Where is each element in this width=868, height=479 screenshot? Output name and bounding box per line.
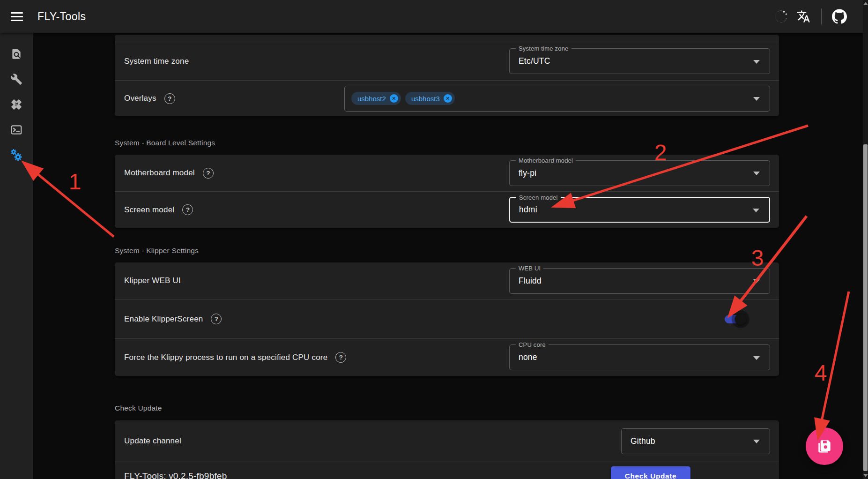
app-title: FLY-Tools [37,10,86,23]
translate-glyph [796,9,810,23]
row-label: Klipper WEB UI [124,276,181,285]
annotation-number-4: 4 [815,360,827,386]
chevron-down-icon [753,172,760,175]
version-text: FLY-Tools: v0.2.5-fb9bfeb [124,471,227,479]
field-value: hdmi [519,205,537,215]
row-cpu-core: Force the Klippy process to run on a spe… [115,338,779,376]
chip-close-icon[interactable]: ✕ [390,94,398,103]
moon-stars-glyph [774,9,788,23]
klipperscreen-toggle[interactable] [725,315,745,323]
sidebar-item-healing[interactable] [4,92,29,117]
row-label: Force the Klippy process to run on a spe… [124,353,327,362]
help-icon[interactable]: ? [203,168,214,179]
motherboard-model-select[interactable]: Motherboard model fly-pi [509,160,770,186]
fly-tools-screen: FLY-Tools [0,0,868,479]
help-icon[interactable]: ? [335,352,346,363]
row-overlays: Overlays ? usbhost2 ✕ usbhost3 ✕ [115,80,779,116]
scrollbar[interactable] [863,0,868,479]
chip-usbhost3: usbhost3 ✕ [405,92,455,105]
sidebar-item-terminal[interactable] [4,117,29,142]
chip-close-icon[interactable]: ✕ [444,94,452,103]
row-motherboard-model: Motherboard model ? Motherboard model fl… [115,155,779,191]
chip-usbhost2: usbhost2 ✕ [351,92,401,105]
update-channel-select[interactable]: Github [621,428,770,454]
clipped-row-remainder [115,35,779,42]
sidebar [0,33,33,479]
system-time-zone-select[interactable]: System time zone Etc/UTC [509,48,770,74]
field-value: none [519,352,537,362]
save-all-icon [816,438,833,455]
chevron-down-icon [753,97,760,101]
field-value: Fluidd [519,276,542,286]
scrollbar-up-arrow-icon[interactable] [863,2,868,5]
row-label: System time zone [124,57,189,66]
row-label: Enable KlipperScreen [124,314,203,324]
chip-label: usbhost2 [357,95,386,103]
healing-icon [10,98,22,111]
toggle-thumb [735,314,746,325]
field-label: WEB UI [516,264,543,272]
translate-icon[interactable] [792,5,815,28]
help-icon[interactable]: ? [211,314,222,324]
chevron-down-icon [753,60,760,64]
scrollbar-thumb[interactable] [863,144,868,471]
row-label: Overlays [124,94,156,103]
github-icon[interactable] [828,5,851,28]
annotation-number-1: 1 [69,169,82,195]
row-screen-model: Screen model ? Screen model hdmi [115,191,779,228]
chip-label: usbhost3 [411,95,440,103]
row-label: Update channel [124,436,181,446]
menu-icon[interactable] [6,5,28,28]
field-label: CPU core [516,341,549,349]
web-ui-select[interactable]: WEB UI Fluidd [509,268,770,294]
app-bar: FLY-Tools [0,0,863,33]
chevron-down-icon [753,356,760,360]
section-header-board: System - Board Level Settings [115,139,215,147]
card-board-level: Motherboard model ? Motherboard model fl… [115,155,779,228]
row-label: Screen model [124,205,174,215]
screen-model-select[interactable]: Screen model hdmi [509,197,770,223]
red-arrow-4-line [822,292,849,420]
field-value: Etc/UTC [519,56,550,66]
field-label: System time zone [516,45,571,52]
row-system-time-zone: System time zone System time zone Etc/UT… [115,42,779,80]
check-update-button[interactable]: Check Update [611,466,690,479]
dark-mode-icon[interactable] [770,5,792,28]
chevron-down-icon [753,440,760,443]
row-fly-tools-version: FLY-Tools: v0.2.5-fb9bfeb Check Update [115,462,779,479]
cpu-core-select[interactable]: CPU core none [509,344,770,370]
card-check-update: Update channel Github FLY-Tools: v0.2.5-… [115,420,779,479]
sidebar-item-tools[interactable] [4,67,29,92]
field-value: Github [631,436,655,446]
row-label: Motherboard model [124,168,195,178]
row-enable-klipperscreen: Enable KlipperScreen ? [115,299,779,338]
field-label: Motherboard model [516,157,576,165]
red-arrow-1-line [37,174,114,237]
app-bar-actions [770,5,851,28]
terminal-icon [10,124,22,136]
card-klipper-settings: Klipper WEB UI WEB UI Fluidd Enable Klip… [115,262,779,376]
chevron-down-icon [753,279,760,283]
settings-gears-icon [10,149,23,162]
help-icon[interactable]: ? [182,204,193,215]
field-value: fly-pi [519,168,536,178]
scrollbar-down-arrow-icon[interactable] [863,474,868,477]
wrench-icon [10,73,22,85]
row-klipper-web-ui: Klipper WEB UI WEB UI Fluidd [115,262,779,299]
save-fab-button[interactable] [806,427,843,465]
field-label: Screen model [516,194,561,202]
sidebar-item-find-in-page[interactable] [4,41,29,67]
find-in-page-icon [10,48,22,60]
app-bar-separator [821,8,822,24]
overlays-select[interactable]: usbhost2 ✕ usbhost3 ✕ [344,86,770,112]
github-glyph [832,9,847,24]
chevron-down-icon [753,209,759,212]
row-update-channel: Update channel Github [115,420,779,462]
help-icon[interactable]: ? [164,93,175,104]
card-system-general: System time zone System time zone Etc/UT… [115,35,779,116]
section-header-klipper: System - Klipper Settings [115,247,199,255]
sidebar-item-settings[interactable] [4,142,29,168]
section-header-update: Check Update [115,404,162,412]
